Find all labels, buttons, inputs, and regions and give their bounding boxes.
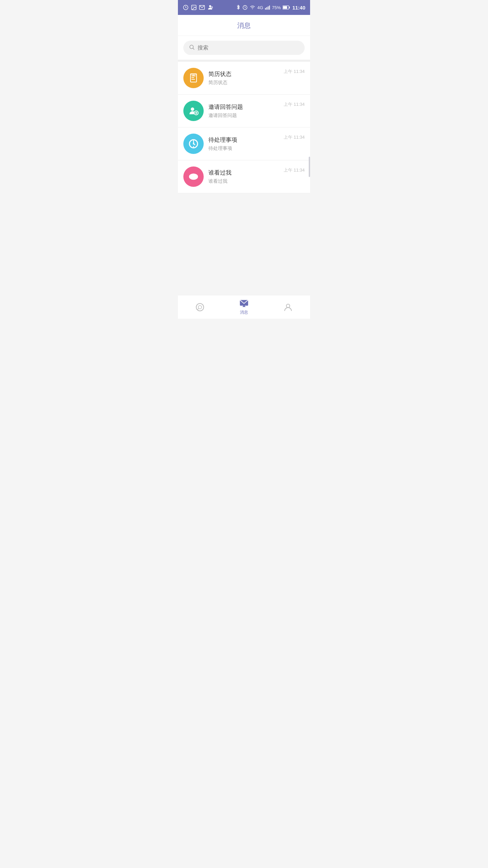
status-left-icons: [183, 4, 213, 11]
message-title-resume: 简历状态: [208, 70, 279, 78]
svg-point-2: [192, 6, 193, 7]
status-right-info: 4G 75% 11:40: [236, 4, 305, 11]
message-item-viewer[interactable]: 谁看过我 谁看过我 上午 11:34: [178, 160, 310, 193]
message-time-viewer: 上午 11:34: [284, 167, 305, 173]
clock-icon: [242, 5, 248, 10]
message-title-invite: 邀请回答问题: [208, 103, 279, 111]
search-box[interactable]: [183, 41, 305, 55]
profile-icon: [283, 302, 293, 312]
svg-rect-12: [289, 6, 290, 8]
message-time-invite: 上午 11:34: [284, 101, 305, 107]
message-item-invite[interactable]: 邀请回答问题 邀请回答问题 上午 11:34: [178, 95, 310, 127]
chat-icon: [195, 302, 205, 312]
bluetooth-icon: [236, 4, 241, 11]
svg-rect-18: [191, 77, 194, 78]
nav-item-profile[interactable]: [266, 295, 310, 319]
svg-rect-13: [283, 6, 287, 9]
alarm-icon: [183, 4, 189, 11]
search-icon: [189, 44, 195, 52]
battery-icon: [283, 5, 290, 10]
mail-status-icon: [199, 4, 205, 11]
page-title: 消息: [237, 22, 251, 29]
svg-rect-7: [265, 8, 266, 10]
network-type: 4G: [257, 5, 263, 10]
svg-line-15: [193, 48, 194, 49]
signal-icon: [265, 5, 270, 10]
nav-item-chat[interactable]: [178, 295, 222, 319]
message-preview-resume: 简历状态: [208, 80, 279, 86]
battery-percent: 75%: [272, 5, 281, 10]
svg-line-34: [198, 309, 199, 310]
message-preview-viewer: 谁看过我: [208, 178, 279, 184]
svg-rect-19: [191, 79, 195, 80]
image-icon: [191, 4, 197, 11]
search-container: [178, 36, 310, 62]
message-nav-icon: [239, 299, 249, 308]
svg-point-37: [286, 304, 290, 308]
message-title-pending: 待处理事项: [208, 136, 279, 144]
svg-rect-8: [266, 7, 267, 9]
person-icon: [207, 4, 213, 11]
svg-rect-10: [269, 5, 270, 9]
svg-point-33: [198, 305, 202, 309]
svg-point-21: [191, 107, 194, 111]
message-item-pending[interactable]: 待处理事项 待处理事项 上午 11:34: [178, 127, 310, 160]
search-input[interactable]: [198, 45, 299, 51]
message-content-viewer: 谁看过我 谁看过我: [208, 169, 279, 184]
status-time: 11:40: [292, 5, 305, 11]
empty-area: [178, 193, 310, 295]
avatar-viewer: [183, 166, 204, 187]
svg-rect-9: [268, 6, 268, 10]
message-preview-pending: 待处理事项: [208, 145, 279, 152]
message-time-pending: 上午 11:34: [284, 134, 305, 140]
avatar-invite: [183, 101, 204, 121]
message-content-invite: 邀请回答问题 邀请回答问题: [208, 103, 279, 119]
svg-point-32: [196, 303, 204, 311]
wifi-icon: [249, 5, 256, 10]
message-nav-label: 消息: [240, 310, 248, 315]
message-list: 简历状态 简历状态 上午 11:34 邀请回答问题 邀请回答问题 上午 11:3…: [178, 62, 310, 193]
message-content-resume: 简历状态 简历状态: [208, 70, 279, 86]
nav-item-message[interactable]: 消息: [222, 295, 266, 319]
message-preview-invite: 邀请回答问题: [208, 113, 279, 119]
bottom-nav: 消息: [178, 295, 310, 319]
status-bar: 4G 75% 11:40: [178, 0, 310, 15]
message-item-resume[interactable]: 简历状态 简历状态 上午 11:34: [178, 62, 310, 95]
avatar-pending: [183, 134, 204, 154]
message-title-viewer: 谁看过我: [208, 169, 279, 177]
message-content-pending: 待处理事项 待处理事项: [208, 136, 279, 152]
svg-point-31: [193, 176, 194, 177]
message-time-resume: 上午 11:34: [284, 68, 305, 75]
page-header: 消息: [178, 15, 310, 36]
scroll-indicator: [309, 157, 310, 177]
avatar-resume: [183, 68, 204, 88]
